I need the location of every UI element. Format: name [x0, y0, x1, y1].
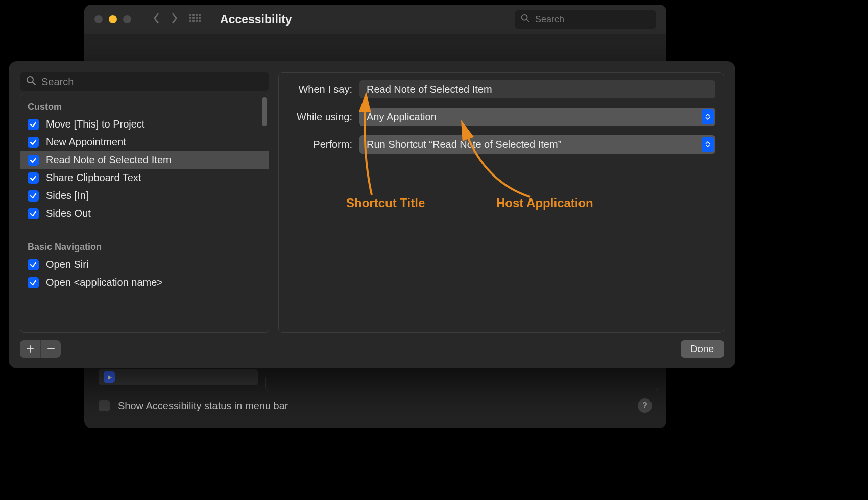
command-list[interactable]: CustomMove [This] to ProjectNew Appointm… [20, 94, 269, 332]
perform-label: Perform: [287, 139, 352, 151]
forward-icon[interactable] [170, 13, 179, 26]
remove-button[interactable] [40, 340, 61, 358]
command-checkbox[interactable] [28, 137, 39, 148]
toolbar-search-placeholder: Search [535, 14, 564, 25]
svg-point-2 [27, 77, 33, 83]
command-search[interactable]: Search [20, 72, 269, 91]
when-i-say-field[interactable]: Read Note of Selected Item [359, 80, 715, 98]
while-using-value: Any Application [367, 111, 437, 123]
window-controls [94, 15, 131, 23]
command-label: Open <application name> [46, 277, 163, 288]
window-title: Accessibility [220, 13, 292, 27]
perform-popup[interactable]: Run Shortcut “Read Note of Selected Item… [359, 135, 715, 154]
svg-point-0 [522, 14, 527, 20]
status-row: Show Accessibility status in menu bar ? [99, 398, 652, 413]
titlebar: Accessibility Search [84, 5, 666, 34]
annotation-arrow-host-application [453, 126, 535, 202]
sheet-footer: Done [9, 337, 735, 368]
toolbar-search[interactable]: Search [515, 10, 656, 29]
when-i-say-label: When I say: [287, 84, 352, 95]
updown-icon [702, 137, 714, 152]
minimize-window-button[interactable] [109, 15, 117, 23]
updown-icon [702, 109, 714, 124]
command-detail-pane: When I say: Read Note of Selected Item W… [278, 72, 724, 333]
command-checkbox[interactable] [28, 172, 39, 184]
done-button[interactable]: Done [681, 340, 724, 358]
status-checkbox[interactable] [99, 400, 110, 411]
status-checkbox-label: Show Accessibility status in menu bar [118, 400, 288, 412]
command-row[interactable]: Move [This] to Project [20, 115, 269, 133]
command-row[interactable]: Sides [In] [20, 187, 269, 205]
nav-buttons [152, 13, 179, 26]
when-i-say-value: Read Note of Selected Item [367, 84, 492, 95]
command-row[interactable]: Open <application name> [20, 273, 269, 291]
add-button[interactable] [20, 340, 40, 358]
command-label: Move [This] to Project [46, 118, 144, 130]
while-using-label: While using: [287, 111, 352, 123]
close-window-button[interactable] [94, 15, 103, 23]
zoom-window-button[interactable] [123, 15, 131, 23]
command-row[interactable]: New Appointment [20, 133, 269, 151]
svg-line-3 [33, 82, 35, 85]
command-label: Share Clipboard Text [46, 172, 141, 184]
command-checkbox[interactable] [28, 119, 39, 130]
help-button[interactable]: ? [638, 398, 652, 413]
svg-line-1 [527, 19, 529, 22]
command-row[interactable]: Read Note of Selected Item [20, 151, 269, 169]
command-list-pane: Search CustomMove [This] to ProjectNew A… [20, 72, 269, 333]
play-icon [104, 371, 115, 383]
add-remove-group [20, 340, 61, 358]
search-icon [521, 14, 530, 26]
command-checkbox[interactable] [28, 208, 39, 219]
command-checkbox[interactable] [28, 277, 39, 288]
command-row[interactable]: Open Siri [20, 256, 269, 273]
command-label: Sides Out [46, 208, 91, 219]
command-list-container: CustomMove [This] to ProjectNew Appointm… [20, 94, 269, 333]
annotation-arrow-shortcut-title [356, 98, 377, 200]
back-icon[interactable] [152, 13, 161, 26]
command-label: Open Siri [46, 259, 88, 270]
grid-icon[interactable] [189, 14, 201, 25]
command-section-header: Basic Navigation [20, 237, 269, 256]
command-checkbox[interactable] [28, 259, 39, 270]
scrollbar-thumb[interactable] [262, 97, 267, 126]
command-label: Read Note of Selected Item [46, 154, 172, 166]
while-using-popup[interactable]: Any Application [359, 108, 715, 126]
command-row[interactable]: Share Clipboard Text [20, 169, 269, 187]
detail-pane-stub [265, 377, 658, 391]
command-checkbox[interactable] [28, 190, 39, 202]
command-search-placeholder: Search [41, 76, 74, 88]
search-icon [26, 76, 36, 88]
sidebar-selected-stub [99, 369, 258, 385]
accessibility-footer: Show Accessibility status in menu bar ? [84, 369, 666, 428]
command-label: Sides [In] [46, 190, 88, 202]
command-checkbox[interactable] [28, 155, 39, 166]
command-section-header: Custom [20, 96, 269, 115]
command-label: New Appointment [46, 136, 126, 148]
command-row[interactable]: Sides Out [20, 205, 269, 222]
